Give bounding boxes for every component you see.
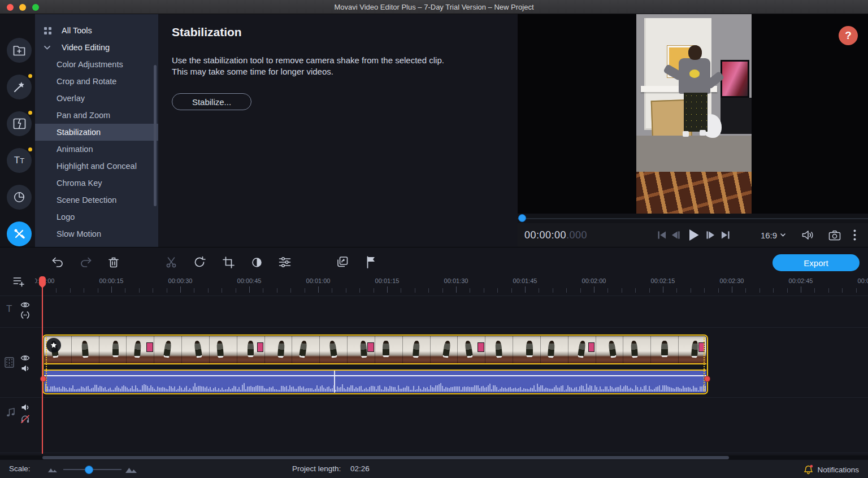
- tool-item-crop-and-rotate[interactable]: Crop and Rotate: [35, 73, 158, 90]
- aspect-ratio-select[interactable]: 16:9: [757, 223, 789, 247]
- ruler-label: 00:00:30: [168, 277, 193, 284]
- clip-thumbnail: [513, 336, 541, 363]
- scale-slider-handle[interactable]: [85, 466, 93, 474]
- scale-label: Scale:: [9, 464, 31, 473]
- clip-thumbnail: [265, 336, 293, 363]
- crop-button[interactable]: [222, 255, 235, 269]
- tool-item-logo[interactable]: Logo: [35, 208, 158, 225]
- video-track-mute-speaker-icon[interactable]: [21, 364, 30, 372]
- seek-bar[interactable]: [518, 214, 868, 223]
- ruler-label: 00:00:45: [237, 277, 262, 284]
- zoom-in-mountains-icon[interactable]: [125, 466, 137, 473]
- play-button[interactable]: [686, 223, 701, 247]
- window-title: Movavi Video Editor Plus – 7-Day Trial V…: [0, 0, 868, 14]
- clip-thumbnail: [237, 336, 265, 363]
- titlebar: Movavi Video Editor Plus – 7-Day Trial V…: [0, 0, 868, 14]
- previous-frame-button[interactable]: [669, 223, 682, 247]
- ruler-label: 00:01:15: [375, 277, 400, 284]
- timeline-scrollbar[interactable]: [0, 455, 868, 459]
- video-track-visibility-eye-icon[interactable]: [20, 354, 30, 362]
- video-frame: [636, 14, 752, 214]
- page-title: Stabilization: [172, 25, 242, 39]
- tool-item-stabilization[interactable]: Stabilization: [35, 124, 158, 141]
- notifications-button[interactable]: Notifications: [804, 460, 859, 478]
- titles-track-visibility-eye-icon[interactable]: [20, 301, 30, 308]
- seek-handle[interactable]: [518, 214, 526, 222]
- status-bar: Scale: Project length: 02:26 Notificatio…: [0, 459, 868, 478]
- new-badge: [28, 147, 32, 151]
- magic-wand-icon: [13, 81, 25, 93]
- export-button[interactable]: Export: [772, 254, 860, 271]
- tool-item-color-adjustments[interactable]: Color Adjustments: [35, 56, 158, 73]
- video-clip[interactable]: [42, 334, 708, 394]
- tool-item-highlight-and-conceal[interactable]: Highlight and Conceal: [35, 158, 158, 175]
- all-tools-item[interactable]: All Tools: [35, 22, 158, 39]
- rail-button-transitions[interactable]: [7, 111, 32, 136]
- audio-fade-handle-right[interactable]: [704, 376, 710, 382]
- rail-button-titles[interactable]: TT: [7, 148, 32, 173]
- marker-flag-button[interactable]: [364, 255, 377, 269]
- titles-track-link-icon[interactable]: [20, 311, 30, 319]
- volume-button[interactable]: [800, 223, 816, 247]
- help-button[interactable]: ?: [839, 26, 858, 45]
- timeline: Export 00:00:0000:00:1500:00:3000:00:450…: [0, 247, 868, 478]
- scale-slider[interactable]: [63, 469, 121, 470]
- preview-panel: ? 00:00:00.000 16:9: [518, 14, 868, 247]
- add-track-icon[interactable]: [13, 276, 25, 288]
- overlap-mode-button[interactable]: [335, 255, 349, 269]
- tool-item-chroma-key[interactable]: Chroma Key: [35, 175, 158, 192]
- playhead[interactable]: [42, 276, 43, 454]
- ruler-label: 00:00:15: [99, 277, 124, 284]
- tool-item-animation[interactable]: Animation: [35, 141, 158, 158]
- clip-thumbnail: [458, 336, 485, 363]
- snapshot-camera-button[interactable]: [827, 223, 842, 247]
- timeline-ruler[interactable]: 00:00:0000:00:1500:00:3000:00:4500:01:00…: [35, 276, 868, 296]
- star-badge: [46, 338, 61, 353]
- video-preview: ?: [518, 14, 868, 214]
- audio-fade-handle-left[interactable]: [40, 376, 46, 382]
- transitions-icon: [13, 118, 26, 129]
- tool-item-pan-and-zoom[interactable]: Pan and Zoom: [35, 107, 158, 124]
- redo-button[interactable]: [79, 255, 93, 269]
- player-controls: 00:00:00.000 16:9: [518, 223, 868, 247]
- rail-button-stickers[interactable]: [7, 185, 32, 210]
- split-scissors-button[interactable]: [164, 255, 178, 269]
- stabilization-panel: Stabilization Use the stabilization tool…: [158, 14, 518, 247]
- tool-item-slow-motion[interactable]: Slow Motion: [35, 225, 158, 242]
- more-options-button[interactable]: [850, 223, 859, 247]
- ruler-label: 00:01:30: [444, 277, 468, 284]
- audio-track-mute-speaker-icon[interactable]: [21, 403, 30, 411]
- delete-button[interactable]: [107, 255, 120, 269]
- chevron-down-icon: [44, 46, 57, 50]
- next-frame-button[interactable]: [704, 223, 717, 247]
- video-editing-group[interactable]: Video Editing: [35, 39, 158, 56]
- tools-panel: All Tools Video Editing Color Adjustment…: [35, 14, 158, 247]
- clip-thumbnail: [541, 336, 568, 363]
- skip-start-button[interactable]: [656, 223, 668, 247]
- new-badge: [28, 111, 32, 115]
- audio-waveform: [45, 383, 705, 392]
- zoom-out-mountains-icon[interactable]: [48, 467, 58, 472]
- clip-thumbnails: [44, 336, 706, 364]
- skip-end-button[interactable]: [719, 223, 731, 247]
- project-length-label: Project length:: [292, 464, 341, 473]
- folder-plus-icon: [12, 44, 26, 57]
- ruler-label: 00:02:00: [582, 277, 606, 284]
- rail-button-filters[interactable]: [7, 75, 32, 99]
- undo-button[interactable]: [51, 255, 64, 269]
- color-adjustments-button[interactable]: [250, 255, 263, 269]
- clip-thumbnail: [403, 336, 431, 363]
- clip-thumbnail: [568, 336, 596, 363]
- audio-track-headphones-muted-icon[interactable]: [20, 414, 30, 423]
- ruler-label: 00:02:45: [789, 277, 813, 284]
- tools-panel-scrollbar[interactable]: [154, 65, 157, 206]
- rail-button-more-tools[interactable]: [7, 221, 32, 246]
- clip-properties-button[interactable]: [278, 255, 292, 269]
- tool-item-scene-detection[interactable]: Scene Detection: [35, 192, 158, 208]
- stabilize-button[interactable]: Stabilize...: [172, 93, 251, 110]
- rotate-button[interactable]: [193, 255, 206, 269]
- rail-button-import[interactable]: [7, 38, 32, 63]
- tool-item-overlay[interactable]: Overlay: [35, 90, 158, 107]
- trim-handle-right[interactable]: [704, 337, 705, 392]
- ruler-label: 00:01:00: [306, 277, 331, 284]
